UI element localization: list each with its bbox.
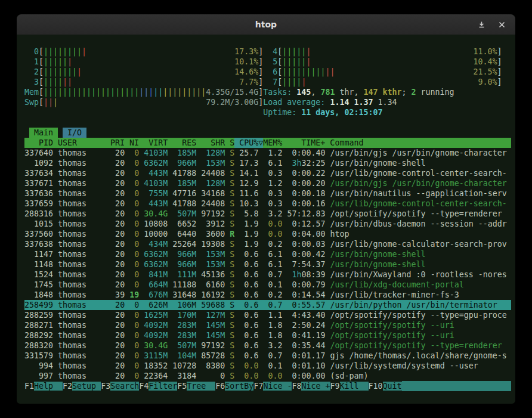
cell-pid: 288320 — [24, 340, 58, 351]
cell-virt: 30.4G — [144, 209, 168, 219]
mem-tasks-row: Mem[||||||||||||||||||||||||||||||||||4.… — [24, 87, 511, 97]
cell-user: thomas — [58, 330, 106, 340]
red-ticks: || — [44, 98, 53, 107]
cpu4-meter-close-bracket: ] — [497, 47, 502, 57]
cell-res: 507M — [172, 209, 196, 219]
cell-shr: 153M — [201, 158, 225, 168]
fkey-button-nice[interactable]: F7Nice - — [253, 381, 292, 391]
cell-virt: 30.4G — [144, 340, 168, 351]
fkey-button-nice[interactable]: F8Nice + — [292, 381, 330, 391]
cell-ni: 0 — [125, 148, 139, 158]
spacer — [225, 229, 230, 239]
process-row[interactable]: 1015 thomas 20 0 10808 6652 3912 S 1.9 0… — [24, 219, 511, 229]
process-row[interactable]: 337659 thomas 20 0 443M 41788 24408 S 10… — [24, 199, 511, 209]
process-row[interactable]: 258499 thomas 20 0 626M 106M 59688 S 0.6… — [24, 300, 511, 310]
spacer — [139, 340, 144, 351]
process-row[interactable]: 994 thomas 20 0 18352 10728 8380 S 0.0 0… — [24, 361, 511, 371]
fkey-button-search[interactable]: F3Search — [101, 381, 139, 391]
cell-state: S — [230, 310, 234, 320]
process-row[interactable]: 337640 thomas 20 0 4103M 185M 128M S 25.… — [24, 148, 511, 158]
column-headers-left[interactable]: PID USER PRI NI VIRT RES SHR S — [24, 138, 234, 148]
text-segment: 147 kthr — [363, 88, 401, 97]
process-row[interactable]: 288259 thomas 20 0 1625M 170M 127M S 0.6… — [24, 310, 511, 320]
process-row[interactable]: 337560 thomas 20 0 10000 6440 3600 R 1.9… — [24, 229, 511, 239]
process-row[interactable]: 1524 thomas 20 0 841M 111M 45136 S 0.6 0… — [24, 270, 511, 280]
cell-state: S — [230, 209, 234, 219]
group-dropdown-icon[interactable] — [476, 19, 487, 30]
cell-cpu: 0.6 — [239, 300, 258, 310]
mem-meter-label: Mem — [24, 87, 39, 97]
cell-user: thomas — [58, 320, 106, 330]
spacer — [282, 219, 287, 229]
fkey-button-setup[interactable]: F2Setup — [63, 381, 101, 391]
process-row[interactable]: 1848 thomas 39 19 676M 31648 16192 S 0.6… — [24, 290, 511, 300]
process-row[interactable]: 337634 thomas 20 0 443M 41788 24408 S 14… — [24, 168, 511, 178]
spacer — [24, 128, 29, 138]
column-headers-right[interactable]: MEM% TIME+ Command — [263, 138, 363, 148]
process-row[interactable]: 1745 thomas 20 0 664M 11188 6160 S 0.6 0… — [24, 280, 511, 290]
cell-mem: 3.2 — [263, 209, 282, 219]
cpu1-meter-label: 1 — [24, 57, 39, 67]
process-row[interactable]: 288316 thomas 20 0 30.4G 507M 97192 S 5.… — [24, 209, 511, 219]
cell-virt: 4092M — [144, 330, 168, 340]
fkey-button-tree[interactable]: F5Tree — [177, 381, 215, 391]
spacer — [282, 199, 287, 209]
tab-main[interactable]: Main — [29, 128, 58, 138]
cell-user: thomas — [58, 199, 106, 209]
text-segment: 11 days, 02:15:07 — [301, 108, 382, 117]
cpu1-meter-ticks: |||||| — [44, 57, 72, 67]
spacer — [58, 128, 63, 138]
process-row[interactable]: 337671 thomas 20 0 4103M 185M 128M S 12.… — [24, 178, 511, 188]
cpu7-meter-close-bracket: ] — [497, 77, 502, 87]
fkey-button-filter[interactable]: F4Filter — [139, 381, 177, 391]
spacer — [196, 300, 201, 310]
spacer — [168, 361, 172, 371]
cell-shr: 3600 — [201, 229, 225, 239]
process-row[interactable]: 1147 thomas 20 0 6362M 966M 153M S 0.6 6… — [24, 249, 511, 259]
cell-mem: 0.0 — [263, 229, 282, 239]
cell-ni: 0 — [125, 158, 139, 168]
green-ticks: ||||| — [44, 57, 67, 66]
fkey-button-sortby[interactable]: F6SortBy — [215, 381, 253, 391]
process-row[interactable]: 288320 thomas 20 0 30.4G 507M 97192 S 0.… — [24, 340, 511, 351]
process-row[interactable]: 1092 thomas 20 0 6362M 966M 153M S 17.3 … — [24, 158, 511, 168]
cpu5-meter-open-bracket: [ — [277, 57, 282, 67]
spacer — [196, 188, 201, 199]
spacer — [258, 361, 263, 371]
cell-pid: 337560 — [24, 229, 58, 239]
spacer — [168, 158, 172, 168]
process-row[interactable]: 997 thomas 20 0 22364 3184 0 S 0.0 0.0 0… — [24, 371, 511, 381]
spacer — [282, 310, 287, 320]
cell-user: thomas — [58, 340, 106, 351]
cell-ni: 0 — [125, 259, 139, 270]
spacer — [258, 300, 263, 310]
column-header-cpu-sort[interactable]: CPU%▽ — [234, 138, 263, 148]
fkey-button-quit[interactable]: F10Quit — [369, 381, 402, 391]
cell-pri: 20 — [106, 239, 125, 249]
cell-pid: 337671 — [24, 178, 58, 188]
spacer — [168, 320, 172, 330]
text-segment: ; — [402, 88, 412, 97]
cell-shr: 128M — [201, 178, 225, 188]
process-row[interactable]: 288271 thomas 20 0 4092M 283M 145M S 0.6… — [24, 320, 511, 330]
text-segment: Tasks: — [263, 88, 296, 97]
spacer — [234, 188, 239, 199]
cell-cpu: 0.6 — [239, 340, 258, 351]
cell-cpu: 1.9 — [239, 239, 258, 249]
process-row[interactable]: 337638 thomas 20 0 434M 25264 19308 S 1.… — [24, 239, 511, 249]
fkey-button-kill[interactable]: F9Kill — [330, 381, 369, 391]
cell-pri: 20 — [106, 219, 125, 229]
fkey-button-help[interactable]: F1Help — [24, 381, 63, 391]
spacer — [234, 320, 239, 330]
process-row[interactable]: 331579 thomas 20 0 3115M 104M 85728 S 0.… — [24, 351, 511, 361]
process-row[interactable]: 337636 thomas 20 0 755M 47716 34168 S 11… — [24, 188, 511, 199]
cell-pri: 20 — [106, 188, 125, 199]
tab-io[interactable]: I/O — [63, 128, 86, 138]
process-row[interactable]: 1148 thomas 20 0 6362M 966M 153M S 0.6 6… — [24, 259, 511, 270]
cell-ni: 0 — [125, 310, 139, 320]
mem-meter-open-bracket: [ — [39, 87, 44, 97]
titlebar[interactable]: htop — [17, 14, 515, 35]
process-row[interactable]: 288292 thomas 20 0 4092M 283M 145M S 0.6… — [24, 330, 511, 340]
spacer — [225, 209, 230, 219]
close-icon[interactable] — [496, 19, 507, 30]
